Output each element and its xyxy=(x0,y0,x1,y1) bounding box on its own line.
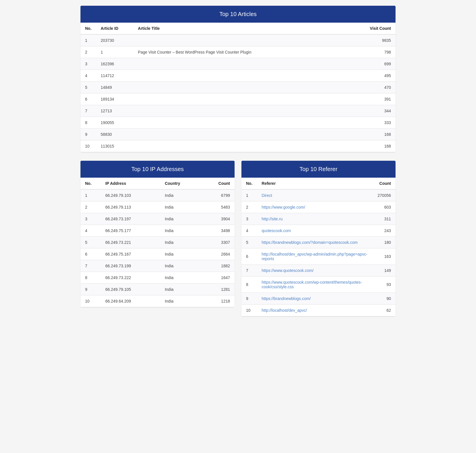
ip-country: India xyxy=(160,213,205,225)
ip-col-country: Country xyxy=(160,178,205,189)
referer-link[interactable]: https://www.google.com/ xyxy=(262,205,305,209)
col-article-title-header: Article Title xyxy=(133,23,361,34)
referer-link[interactable]: https://www.quotescook.com/ xyxy=(262,268,314,273)
ref-count: 270056 xyxy=(373,189,396,201)
top-referer-header: Top 10 Referer xyxy=(241,161,396,178)
top-referer-card: Top 10 Referer No. Referer Count 1 Direc… xyxy=(241,161,396,316)
table-row: 9 58830 168 xyxy=(80,129,396,140)
ref-no: 8 xyxy=(241,276,257,293)
ref-no: 1 xyxy=(241,189,257,201)
top-articles-table: No. Article ID Article Title Visit Count… xyxy=(80,23,396,152)
referer-link[interactable]: http://site.ru xyxy=(262,217,283,221)
referer-link[interactable]: Direct xyxy=(262,193,272,198)
ip-count: 3904 xyxy=(205,213,235,225)
article-visit-count: 9835 xyxy=(361,34,396,46)
ip-col-ip: IP Address xyxy=(101,178,160,189)
table-row: 3 66.249.73.197 India 3904 xyxy=(80,213,235,225)
referer-link[interactable]: http://localhost/dev_apvc/wp-admin/admin… xyxy=(262,252,367,261)
ip-count: 1647 xyxy=(205,272,235,284)
article-title xyxy=(133,117,361,129)
table-row: 9 https://brandnewblogs.com/ 90 xyxy=(241,293,396,305)
col-visit-count-header: Visit Count xyxy=(361,23,396,34)
ip-address: 66.249.79.113 xyxy=(101,201,160,213)
top-ip-header-row: No. IP Address Country Count xyxy=(80,178,235,189)
top-referer-table: No. Referer Count 1 Direct 270056 2 http… xyxy=(241,178,396,316)
ref-no: 4 xyxy=(241,225,257,237)
article-id: 113015 xyxy=(96,140,133,152)
table-row: 7 66.249.73.199 India 1882 xyxy=(80,260,235,272)
referer-link[interactable]: https://www.quotescook.com/wp-content/th… xyxy=(262,280,362,289)
ip-address: 66.249.73.221 xyxy=(101,237,160,248)
article-id: 58830 xyxy=(96,129,133,140)
article-id: 190055 xyxy=(96,117,133,129)
ip-address: 66.249.64.209 xyxy=(101,295,160,307)
ip-no: 6 xyxy=(80,248,101,260)
table-row: 3 http://site.ru 311 xyxy=(241,213,396,225)
ref-count: 243 xyxy=(373,225,396,237)
ip-no: 7 xyxy=(80,260,101,272)
ref-col-no: No. xyxy=(241,178,257,189)
table-row: 1 Direct 270056 xyxy=(241,189,396,201)
referer-link[interactable]: https://brandnewblogs.com/ xyxy=(262,296,311,301)
top-articles-header: Top 10 Articles xyxy=(80,6,396,23)
table-row: 5 14849 470 xyxy=(80,82,396,93)
table-row: 2 1 Page Visit Counter – Best WordPress … xyxy=(80,46,396,58)
article-visit-count: 391 xyxy=(361,93,396,105)
article-title: Page Visit Counter – Best WordPress Page… xyxy=(133,46,361,58)
article-title xyxy=(133,70,361,82)
ip-address: 66.249.79.103 xyxy=(101,189,160,201)
article-title xyxy=(133,82,361,93)
ip-country: India xyxy=(160,295,205,307)
article-no: 7 xyxy=(80,105,96,117)
article-id: 14849 xyxy=(96,82,133,93)
table-row: 1 66.249.79.103 India 6799 xyxy=(80,189,235,201)
ip-count: 6799 xyxy=(205,189,235,201)
ref-referer: Direct xyxy=(257,189,373,201)
table-row: 5 66.249.73.221 India 3307 xyxy=(80,237,235,248)
referer-link[interactable]: https://brandnewblogs.com/?domain=quotes… xyxy=(262,240,358,245)
page-wrapper: Top 10 Articles No. Article ID Article T… xyxy=(80,6,396,325)
referer-link[interactable]: quotescook.com xyxy=(262,228,291,233)
ip-no: 4 xyxy=(80,225,101,237)
ip-country: India xyxy=(160,237,205,248)
ref-count: 311 xyxy=(373,213,396,225)
referer-link[interactable]: http://localhost/dev_apvc/ xyxy=(262,308,307,313)
ip-count: 3498 xyxy=(205,225,235,237)
ref-no: 3 xyxy=(241,213,257,225)
table-row: 1 203730 9835 xyxy=(80,34,396,46)
ref-col-referer: Referer xyxy=(257,178,373,189)
ip-country: India xyxy=(160,201,205,213)
ref-referer: https://brandnewblogs.com/?domain=quotes… xyxy=(257,237,373,248)
ref-count: 149 xyxy=(373,265,396,276)
ref-no: 5 xyxy=(241,237,257,248)
top-ip-title: Top 10 IP Addresses xyxy=(131,166,184,172)
article-id: 162396 xyxy=(96,58,133,70)
ip-country: India xyxy=(160,248,205,260)
ip-no: 5 xyxy=(80,237,101,248)
top-referer-title: Top 10 Referer xyxy=(300,166,337,172)
article-title xyxy=(133,129,361,140)
table-row: 7 12713 344 xyxy=(80,105,396,117)
ref-no: 7 xyxy=(241,265,257,276)
ref-referer: quotescook.com xyxy=(257,225,373,237)
top-ip-card: Top 10 IP Addresses No. IP Address Count… xyxy=(80,161,235,307)
ref-referer: https://www.google.com/ xyxy=(257,201,373,213)
top-referer-body: 1 Direct 270056 2 https://www.google.com… xyxy=(241,189,396,316)
article-no: 4 xyxy=(80,70,96,82)
ip-country: India xyxy=(160,225,205,237)
table-row: 4 66.249.75.177 India 3498 xyxy=(80,225,235,237)
article-visit-count: 344 xyxy=(361,105,396,117)
top-referer-header-row: No. Referer Count xyxy=(241,178,396,189)
table-row: 7 https://www.quotescook.com/ 149 xyxy=(241,265,396,276)
table-row: 8 66.249.73.222 India 1647 xyxy=(80,272,235,284)
top-articles-title: Top 10 Articles xyxy=(219,11,257,17)
table-row: 8 https://www.quotescook.com/wp-content/… xyxy=(241,276,396,293)
ref-referer: https://www.quotescook.com/wp-content/th… xyxy=(257,276,373,293)
article-visit-count: 699 xyxy=(361,58,396,70)
table-row: 6 66.249.75.167 India 2664 xyxy=(80,248,235,260)
ip-country: India xyxy=(160,272,205,284)
article-title xyxy=(133,140,361,152)
ip-no: 9 xyxy=(80,284,101,295)
ref-referer: https://www.quotescook.com/ xyxy=(257,265,373,276)
article-no: 8 xyxy=(80,117,96,129)
